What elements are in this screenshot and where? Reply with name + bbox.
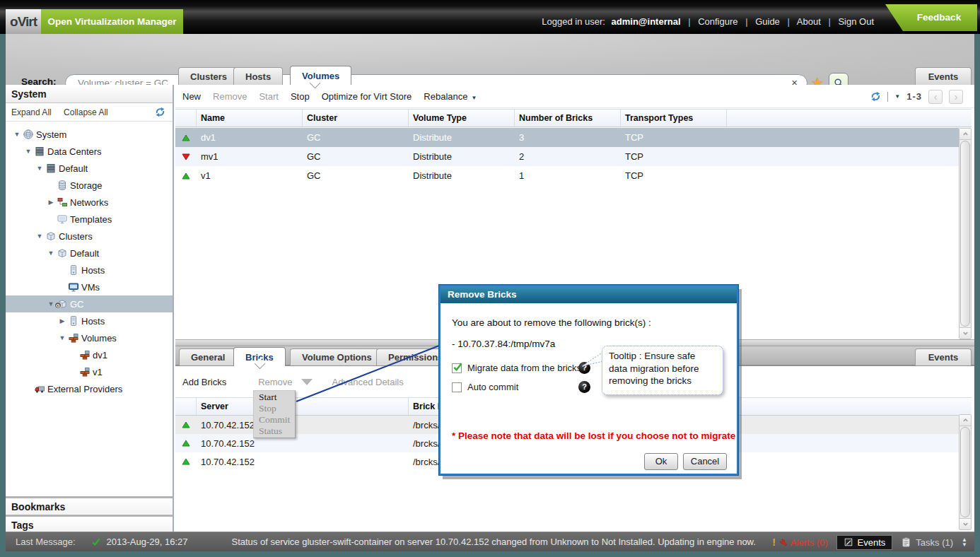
volumes-scrollbar[interactable] <box>959 128 972 339</box>
separator: | <box>745 16 747 27</box>
tab-events-top[interactable]: Events <box>915 67 972 85</box>
menu-item-status[interactable]: Status <box>254 426 295 437</box>
tree-panel-title[interactable]: System <box>6 85 173 103</box>
col-volume-type[interactable]: Volume Type <box>409 110 515 127</box>
migrate-checkbox-checked[interactable] <box>452 363 462 373</box>
tree-item-system[interactable]: ▼ System <box>6 126 173 143</box>
tree-item-clusters[interactable]: ▼ Clusters <box>6 228 173 245</box>
chevron-down-icon[interactable]: ▼ <box>11 131 23 138</box>
volume-row-dv1[interactable]: dv1 GC Distribute 3 TCP <box>175 128 959 147</box>
tab-hosts[interactable]: Hosts <box>233 67 283 85</box>
volume-icon <box>79 349 91 360</box>
tree-item-default-dc[interactable]: ▼ Default <box>6 160 173 177</box>
col-name[interactable]: Name <box>197 110 303 127</box>
tree-item-storage[interactable]: Storage <box>6 177 173 194</box>
tree-item-label: VMs <box>81 282 100 293</box>
autocommit-checkbox-unchecked[interactable] <box>452 382 462 392</box>
col-server[interactable]: Server <box>197 398 409 415</box>
chevron-down-icon[interactable]: ▼ <box>34 165 45 172</box>
tab-events-detail[interactable]: Events <box>915 348 972 365</box>
menu-item-commit[interactable]: Commit <box>254 414 295 426</box>
rebalance-label: Rebalance <box>424 91 467 102</box>
col-cluster[interactable]: Cluster <box>303 110 409 127</box>
about-link[interactable]: About <box>797 16 821 27</box>
remove-button[interactable]: Remove <box>213 91 247 102</box>
add-bricks-button[interactable]: Add Bricks <box>182 377 226 387</box>
collapse-all-link[interactable]: Collapse All <box>64 107 108 117</box>
scroll-up-button[interactable] <box>959 129 971 140</box>
tab-clusters[interactable]: Clusters <box>178 67 239 85</box>
scrollbar-thumb[interactable] <box>960 141 970 327</box>
optimize-virt-store-button[interactable]: Optimize for Virt Store <box>322 91 412 102</box>
rebalance-button[interactable]: Rebalance▼ <box>424 91 477 102</box>
start-button[interactable]: Start <box>259 91 278 102</box>
tree-item-hosts-gc[interactable]: ▶ Hosts <box>6 312 173 329</box>
chevron-down-icon[interactable]: ▼ <box>23 148 34 155</box>
tab-volume-options[interactable]: Volume Options <box>290 348 384 365</box>
guide-link[interactable]: Guide <box>755 16 780 27</box>
bookmarks-header[interactable]: Bookmarks <box>6 496 173 514</box>
tasks-footer-button[interactable]: Tasks (1) <box>901 537 953 548</box>
tab-general[interactable]: General <box>179 348 237 365</box>
status-bar-right: ! Alerts (0) Events Tasks (1) ▲ ▼ <box>772 532 967 552</box>
cell-volume-type: Distribute <box>409 151 515 162</box>
events-footer-button[interactable]: Events <box>836 535 893 550</box>
chevron-down-icon[interactable]: ▼ <box>45 250 57 257</box>
tree-item-default-cluster[interactable]: ▼ Default <box>6 245 173 262</box>
menu-item-start[interactable]: Start <box>254 392 295 403</box>
new-button[interactable]: New <box>182 91 201 102</box>
tree-item-templates[interactable]: Templates <box>6 211 173 228</box>
tags-header[interactable]: Tags <box>6 515 173 533</box>
ok-button[interactable]: Ok <box>644 453 678 470</box>
volume-row-mv1[interactable]: mv1 GC Distribute 2 TCP <box>175 147 959 166</box>
scrollbar-thumb[interactable] <box>960 427 970 517</box>
cancel-button[interactable]: Cancel <box>683 453 727 470</box>
tree-item-label: Hosts <box>81 316 105 327</box>
chevron-right-icon[interactable]: ▶ <box>57 317 68 324</box>
stop-button[interactable]: Stop <box>291 91 310 102</box>
col-transport-types[interactable]: Transport Types <box>621 110 727 127</box>
refresh-grid-icon[interactable] <box>870 91 881 102</box>
chevron-down-icon[interactable]: ▼ <box>57 334 68 341</box>
tree-item-hosts-default[interactable]: Hosts <box>6 262 173 278</box>
alerts-button[interactable]: ! Alerts (0) <box>772 537 827 548</box>
tree-item-networks[interactable]: ▶ Networks <box>6 194 173 211</box>
scroll-up-button[interactable] <box>959 415 971 426</box>
chevron-down-icon[interactable]: ▼ <box>34 233 45 240</box>
remove-menu-arrow-icon[interactable] <box>301 379 313 385</box>
help-icon-autocommit[interactable]: ? <box>578 381 590 393</box>
chevron-right-icon[interactable]: ▶ <box>45 199 57 206</box>
remove-bricks-button[interactable]: Remove <box>258 377 292 387</box>
expand-collapse-footer-icon[interactable]: ▲ ▼ <box>962 537 967 547</box>
bricks-scrollbar[interactable] <box>959 414 972 530</box>
tab-volumes[interactable]: Volumes <box>290 66 351 85</box>
prev-page-button[interactable]: ‹ <box>928 90 943 104</box>
configure-link[interactable]: Configure <box>698 16 737 27</box>
feedback-button[interactable]: Feedback <box>885 4 977 31</box>
refresh-menu-caret-icon[interactable]: ▼ <box>894 93 900 100</box>
tree-item-data-centers[interactable]: ▼ Data Centers <box>6 143 173 160</box>
ovirt-window: oVirt Open Virtualization Manager Logged… <box>0 0 980 557</box>
system-tree-panel: System Expand All Collapse All ▼ System … <box>6 85 174 532</box>
col-number-of-bricks[interactable]: Number of Bricks <box>515 110 621 127</box>
cell-name: mv1 <box>197 151 303 162</box>
tree-item-dv1[interactable]: dv1 <box>6 346 173 363</box>
tree-item-external-providers[interactable]: External Providers <box>6 380 173 397</box>
expand-all-link[interactable]: Expand All <box>11 107 52 117</box>
menu-item-stop[interactable]: Stop <box>254 403 295 414</box>
tree-item-label: System <box>36 129 66 140</box>
advanced-details-button[interactable]: Advanced Details <box>332 377 404 387</box>
tree-item-gc-selected[interactable]: ▼ G GC <box>6 295 173 312</box>
tree-item-volumes[interactable]: ▼ Volumes <box>6 329 173 346</box>
tree-item-vms[interactable]: VMs <box>6 278 173 295</box>
volume-icon <box>79 366 91 377</box>
dialog-title[interactable]: Remove Bricks <box>441 286 737 303</box>
next-page-button[interactable]: › <box>949 90 963 104</box>
cell-bricks: 1 <box>515 170 621 181</box>
sign-out-link[interactable]: Sign Out <box>838 16 874 27</box>
tree-item-v1[interactable]: v1 <box>6 363 173 380</box>
refresh-tree-icon[interactable] <box>155 107 165 117</box>
scroll-down-button[interactable] <box>959 327 971 339</box>
scroll-down-button[interactable] <box>959 518 971 529</box>
volume-row-v1[interactable]: v1 GC Distribute 1 TCP <box>175 166 959 185</box>
